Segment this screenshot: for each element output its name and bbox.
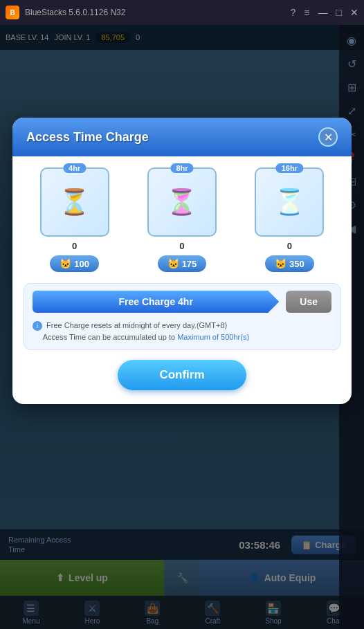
item-price-4hr: 100 (74, 259, 89, 269)
item-price-btn-8hr[interactable]: 🐱 175 (158, 255, 207, 272)
item-count-16hr: 0 (287, 241, 292, 251)
free-charge-row: Free Charge 4hr Use (33, 291, 331, 313)
minimize-icon[interactable]: — (318, 7, 328, 18)
info-icon: i (33, 321, 42, 331)
hourglass-8hr: ⏳ (166, 190, 197, 215)
titlebar-title: BlueStacks 5.6.0.1126 N32 (25, 8, 125, 17)
modal-close-button[interactable]: ✕ (318, 127, 338, 147)
item-16hr[interactable]: 16hr ⏳ 0 🐱 350 (255, 167, 324, 272)
item-badge-8hr: 8hr (170, 163, 193, 173)
titlebar-controls: ? ≡ — □ ✕ (291, 7, 358, 18)
menu-icon[interactable]: ≡ (304, 7, 309, 18)
item-count-4hr: 0 (72, 241, 77, 251)
max-hours-link[interactable]: Maximum of 500hr(s) (177, 333, 249, 341)
item-box-8hr: 8hr ⏳ (147, 167, 217, 237)
items-row: 4hr ⏳ 0 🐱 100 8hr ⏳ 0 🐱 175 16hr (12, 156, 352, 277)
free-charge-section: Free Charge 4hr Use i Free Charge resets… (24, 283, 340, 350)
free-charge-button[interactable]: Free Charge 4hr (33, 291, 279, 313)
item-badge-4hr: 4hr (63, 163, 86, 173)
use-button[interactable]: Use (286, 291, 331, 313)
item-box-4hr: 4hr ⏳ (40, 167, 109, 237)
item-price-btn-4hr[interactable]: 🐱 100 (50, 255, 99, 272)
cat-icon-4hr: 🐱 (60, 258, 71, 269)
confirm-button[interactable]: Confirm (118, 360, 246, 390)
info-line2: Access Time can be accumulated up to (43, 333, 175, 341)
item-8hr[interactable]: 8hr ⏳ 0 🐱 175 (147, 167, 217, 272)
close-icon[interactable]: ✕ (350, 7, 358, 18)
access-time-modal: Access Time Charge ✕ 4hr ⏳ 0 🐱 100 8hr ⏳… (12, 118, 352, 404)
bluestacks-logo: B (6, 6, 19, 19)
item-price-16hr: 350 (289, 259, 304, 269)
item-box-16hr: 16hr ⏳ (255, 167, 324, 237)
item-4hr[interactable]: 4hr ⏳ 0 🐱 100 (40, 167, 109, 272)
item-badge-16hr: 16hr (276, 163, 303, 173)
titlebar: B BlueStacks 5.6.0.1126 N32 ? ≡ — □ ✕ (0, 0, 364, 25)
item-price-btn-16hr[interactable]: 🐱 350 (265, 255, 314, 272)
info-text: i Free Charge resets at midnight of ever… (33, 320, 331, 343)
cat-icon-8hr: 🐱 (167, 258, 179, 269)
item-price-8hr: 175 (182, 259, 197, 269)
help-icon[interactable]: ? (291, 7, 296, 18)
modal-title: Access Time Charge (26, 130, 149, 145)
modal-header: Access Time Charge ✕ (12, 118, 352, 156)
info-line1: Free Charge resets at midnight of every … (46, 321, 227, 329)
cat-icon-16hr: 🐱 (275, 258, 286, 269)
hourglass-4hr: ⏳ (59, 190, 90, 215)
hourglass-16hr: ⏳ (274, 190, 305, 215)
item-count-8hr: 0 (179, 241, 184, 251)
maximize-icon[interactable]: □ (336, 7, 342, 18)
